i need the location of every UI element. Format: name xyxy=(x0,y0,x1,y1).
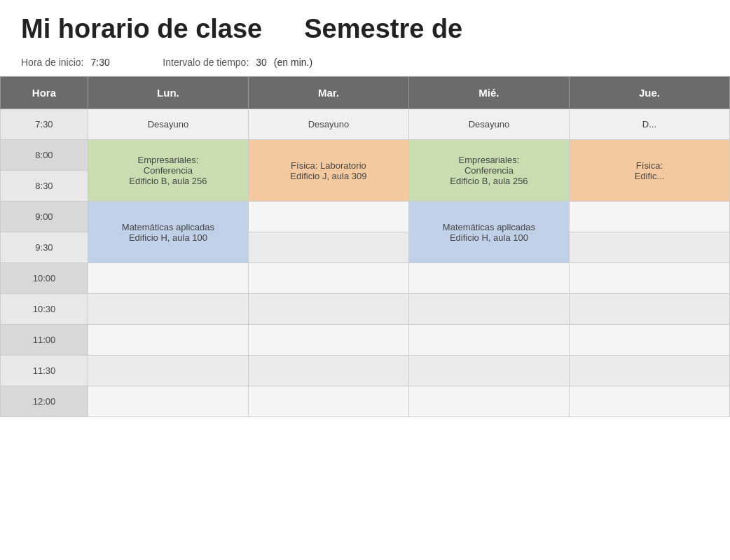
table-row: 8:00 Empresariales:ConferenciaEdificio B… xyxy=(1,140,730,171)
table-row: 7:30 Desayuno Desayuno Desayuno D... xyxy=(1,109,730,140)
mie-cell: Desayuno xyxy=(408,109,569,140)
mie-empty xyxy=(408,325,569,356)
table-row: 11:00 xyxy=(1,325,730,356)
lun-matematicas: Matemáticas aplicadasEdificio H, aula 10… xyxy=(88,202,248,263)
interval-value: 30 xyxy=(256,57,267,68)
mie-empty xyxy=(408,294,569,325)
jue-empty xyxy=(569,325,729,356)
page-title: Mi horario de clase xyxy=(21,14,262,44)
start-time-label: Hora de inicio: xyxy=(21,57,84,68)
jue-cell: D... xyxy=(569,109,729,140)
table-row: 9:00 Matemáticas aplicadasEdificio H, au… xyxy=(1,202,730,232)
semester-title: Semestre de xyxy=(304,14,462,44)
time-cell: 11:30 xyxy=(1,356,88,386)
mie-empty xyxy=(408,356,569,386)
header-mie: Mié. xyxy=(408,77,569,109)
lun-empresariales: Empresariales:ConferenciaEdificio B, aul… xyxy=(88,140,248,202)
mar-empty xyxy=(248,232,408,263)
interval-label: Intervalo de tiempo: xyxy=(163,57,249,68)
lun-empty xyxy=(88,263,248,294)
header-jue: Jue. xyxy=(569,77,729,109)
jue-empty xyxy=(569,232,729,263)
table-row: 10:00 xyxy=(1,263,730,294)
time-cell: 7:30 xyxy=(1,109,88,140)
mar-empty xyxy=(248,263,408,294)
page-header: Mi horario de clase Semestre de xyxy=(0,0,730,51)
time-cell: 12:00 xyxy=(1,386,88,417)
time-cell: 11:00 xyxy=(1,325,88,356)
time-cell: 8:30 xyxy=(1,171,88,202)
lun-empty xyxy=(88,325,248,356)
meta-row: Hora de inicio: 7:30 Intervalo de tiempo… xyxy=(0,51,730,76)
mar-empty xyxy=(248,325,408,356)
lun-empty xyxy=(88,386,248,417)
time-cell: 8:00 xyxy=(1,140,88,171)
time-cell: 9:00 xyxy=(1,202,88,232)
header-hora: Hora xyxy=(1,77,88,109)
jue-empty xyxy=(569,356,729,386)
mie-empty xyxy=(408,386,569,417)
mar-empty xyxy=(248,202,408,232)
mar-empty xyxy=(248,386,408,417)
mar-cell: Desayuno xyxy=(248,109,408,140)
table-row: 12:00 xyxy=(1,386,730,417)
time-cell: 10:30 xyxy=(1,294,88,325)
jue-empty xyxy=(569,202,729,232)
schedule-table: Hora Lun. Mar. Mié. Jue. 7:30 Desayuno D… xyxy=(0,76,730,417)
jue-fisica: Física:Edific... xyxy=(569,140,729,202)
mie-matematicas: Matemáticas aplicadasEdificio H, aula 10… xyxy=(408,202,569,263)
lun-empty xyxy=(88,356,248,386)
mie-empresariales: Empresariales:ConferenciaEdificio B, aul… xyxy=(408,140,569,202)
start-time-value: 7:30 xyxy=(91,57,110,68)
jue-empty xyxy=(569,294,729,325)
lun-cell: Desayuno xyxy=(88,109,248,140)
mie-empty xyxy=(408,263,569,294)
mar-empty xyxy=(248,356,408,386)
jue-empty xyxy=(569,263,729,294)
table-row: 11:30 xyxy=(1,356,730,386)
lun-empty xyxy=(88,294,248,325)
time-cell: 10:00 xyxy=(1,263,88,294)
interval-unit: (en min.) xyxy=(274,57,312,68)
mar-empty xyxy=(248,294,408,325)
jue-empty xyxy=(569,386,729,417)
time-cell: 9:30 xyxy=(1,232,88,263)
mar-fisica: Física: LaboratorioEdificio J, aula 309 xyxy=(248,140,408,202)
table-row: 10:30 xyxy=(1,294,730,325)
table-header-row: Hora Lun. Mar. Mié. Jue. xyxy=(1,77,730,109)
header-mar: Mar. xyxy=(248,77,408,109)
header-lun: Lun. xyxy=(88,77,248,109)
